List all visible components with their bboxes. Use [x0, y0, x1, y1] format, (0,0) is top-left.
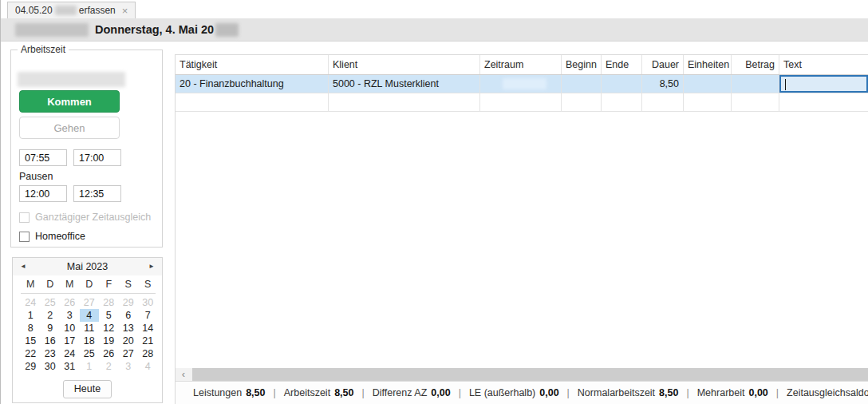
- calendar-day[interactable]: 8: [21, 322, 41, 335]
- calendar-day[interactable]: 12: [99, 322, 119, 335]
- calendar-day[interactable]: 29: [119, 296, 139, 309]
- column-header-beginn[interactable]: Beginn: [562, 55, 602, 74]
- calendar-day[interactable]: 25: [41, 296, 61, 309]
- redacted-value: [503, 78, 546, 89]
- calendar-day[interactable]: 25: [80, 347, 100, 360]
- scrollbar-thumb[interactable]: [192, 368, 868, 381]
- grid-cell-t-tigkeit[interactable]: 20 - Finanzbuchhaltung: [176, 75, 329, 93]
- status-label-arbeitszeit: Arbeitszeit: [284, 387, 330, 398]
- grid-cell-zeitraum[interactable]: [480, 93, 562, 111]
- homeoffice-checkbox[interactable]: Homeoffice: [19, 231, 85, 242]
- checkbox-icon[interactable]: [19, 232, 30, 242]
- grid-cell-klient[interactable]: 5000 - RZL Musterklient: [329, 75, 480, 93]
- calendar-day[interactable]: 20: [119, 335, 139, 347]
- grid-body: 20 - Finanzbuchhaltung5000 - RZL Musterk…: [176, 75, 868, 112]
- calendar-day[interactable]: 3: [60, 309, 80, 322]
- calendar-day[interactable]: 24: [60, 347, 80, 360]
- calendar-day[interactable]: 27: [80, 296, 100, 309]
- calendar-day[interactable]: 28: [138, 347, 158, 360]
- grid-cell-betrag[interactable]: [732, 93, 779, 111]
- grid-cell-beginn[interactable]: [562, 75, 602, 93]
- calendar-day[interactable]: 18: [80, 335, 100, 347]
- calendar-day[interactable]: 26: [60, 296, 80, 309]
- checkbox-label: Homeoffice: [35, 231, 85, 242]
- calendar-day[interactable]: 7: [138, 309, 158, 322]
- grid-cell-einheiten[interactable]: [684, 93, 732, 111]
- title-bar: Donnerstag, 4. Mai 20: [1, 18, 868, 42]
- calendar-day[interactable]: 29: [21, 360, 41, 373]
- grid-cell-zeitraum[interactable]: [480, 75, 562, 93]
- calendar-prev-icon[interactable]: ◄: [20, 263, 26, 270]
- status-value: 0,00: [431, 387, 450, 398]
- calendar-day[interactable]: 1: [21, 309, 41, 322]
- pause-von-input[interactable]: [19, 185, 67, 202]
- kommen-button[interactable]: Kommen: [19, 90, 120, 113]
- tab-erfassen[interactable]: 04.05.20 erfassen ×: [7, 2, 136, 18]
- calendar-day[interactable]: 30: [41, 360, 61, 373]
- calendar-day[interactable]: 15: [21, 335, 41, 347]
- calendar-day[interactable]: 9: [41, 322, 61, 335]
- calendar-day[interactable]: 4: [138, 360, 158, 373]
- grid-cell-ende[interactable]: [602, 75, 642, 93]
- grid-cell-dauer[interactable]: 8,50: [642, 75, 684, 93]
- calendar-day[interactable]: 6: [119, 309, 139, 322]
- grid-cell-text[interactable]: [779, 75, 868, 93]
- grid-cell-klient[interactable]: [329, 93, 480, 111]
- horizontal-scrollbar[interactable]: ‹: [176, 368, 868, 381]
- checkbox-label: Ganztägiger Zeitausgleich: [35, 212, 151, 223]
- column-header-klient[interactable]: Klient: [329, 55, 480, 74]
- column-header-ende[interactable]: Ende: [602, 55, 642, 74]
- calendar-day[interactable]: 10: [60, 322, 80, 335]
- close-icon[interactable]: ×: [122, 6, 128, 16]
- calendar-day[interactable]: 2: [41, 309, 61, 322]
- calendar-day[interactable]: 30: [138, 296, 158, 309]
- calendar-day[interactable]: 26: [99, 347, 119, 360]
- calendar-day[interactable]: 3: [119, 360, 139, 373]
- grid-cell-ende[interactable]: [602, 93, 642, 111]
- grid-cell-t-tigkeit[interactable]: [176, 93, 329, 111]
- calendar-day[interactable]: 13: [119, 322, 139, 335]
- gehen-button[interactable]: Gehen: [19, 117, 120, 139]
- page-title-date: Donnerstag, 4. Mai 20: [95, 23, 239, 37]
- column-header-betrag[interactable]: Betrag: [732, 55, 779, 74]
- calendar-day[interactable]: 14: [138, 322, 158, 335]
- arbeitszeit-von-input[interactable]: [19, 149, 67, 166]
- grid-cell-betrag[interactable]: [732, 75, 779, 93]
- grid-cell-text[interactable]: [779, 93, 868, 111]
- calendar-day[interactable]: 16: [41, 335, 61, 347]
- grid-cell-beginn[interactable]: [562, 93, 602, 111]
- heute-button[interactable]: Heute: [63, 380, 112, 398]
- calendar-day[interactable]: 1: [80, 360, 100, 373]
- table-row-selected[interactable]: 20 - Finanzbuchhaltung5000 - RZL Musterk…: [176, 75, 868, 93]
- column-header-dauer[interactable]: Dauer: [642, 55, 684, 74]
- scroll-left-icon[interactable]: ‹: [176, 368, 191, 381]
- calendar-day[interactable]: 31: [60, 360, 80, 373]
- table-row[interactable]: [176, 93, 868, 112]
- arbeitszeit-bis-input[interactable]: [73, 149, 121, 166]
- column-header-text[interactable]: Text: [779, 55, 868, 74]
- column-header-zeitraum[interactable]: Zeitraum: [480, 55, 562, 74]
- calendar-day[interactable]: 24: [21, 296, 41, 309]
- calendar-next-icon[interactable]: ►: [148, 263, 155, 270]
- calendar-weekday: S: [119, 279, 139, 290]
- grid-cell-dauer[interactable]: [642, 93, 684, 111]
- calendar-day-selected[interactable]: 4: [80, 309, 100, 322]
- pause-bis-input[interactable]: [73, 185, 121, 202]
- calendar-day[interactable]: 11: [80, 322, 100, 335]
- calendar-weekday: D: [80, 279, 100, 290]
- calendar-day[interactable]: 21: [138, 335, 158, 347]
- calendar-day[interactable]: 27: [119, 347, 139, 360]
- column-header-t-tigkeit[interactable]: Tätigkeit: [176, 55, 329, 74]
- status-value: 8,50: [334, 387, 353, 398]
- arbeitszeit-groupbox: Arbeitszeit Kommen Gehen Pausen Ganztägi…: [10, 50, 163, 248]
- calendar-day[interactable]: 19: [99, 335, 119, 347]
- calendar-day[interactable]: 23: [41, 347, 61, 360]
- calendar-day[interactable]: 22: [21, 347, 41, 360]
- column-header-einheiten[interactable]: Einheiten: [684, 55, 732, 74]
- calendar-day[interactable]: 17: [60, 335, 80, 347]
- pausen-label: Pausen: [19, 171, 53, 182]
- calendar-day[interactable]: 5: [99, 309, 119, 322]
- calendar-day[interactable]: 28: [99, 296, 119, 309]
- calendar-day[interactable]: 2: [99, 360, 119, 373]
- grid-cell-einheiten[interactable]: [684, 75, 732, 93]
